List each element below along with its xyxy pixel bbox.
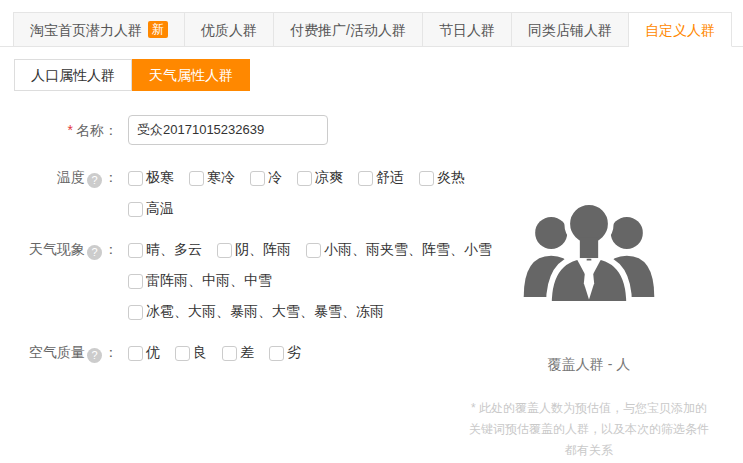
tab-label: 节日人群 bbox=[439, 22, 495, 38]
checkbox-label: 晴、多云 bbox=[146, 241, 202, 259]
checkbox-label: 冷 bbox=[268, 169, 282, 187]
checkbox-label: 雷阵雨、中雨、中雪 bbox=[146, 272, 272, 290]
tab-premium-audience[interactable]: 优质人群 bbox=[185, 12, 274, 47]
temperature-option[interactable]: 凉爽 bbox=[297, 169, 343, 187]
option-line: 优良差劣 bbox=[128, 342, 316, 364]
checkbox bbox=[222, 346, 237, 361]
label-text: 天气现象 bbox=[29, 241, 85, 257]
weather-phenomena-option[interactable]: 冰雹、大雨、暴雨、大雪、暴雪、冻雨 bbox=[128, 303, 384, 321]
checkbox bbox=[128, 202, 143, 217]
air-quality-option[interactable]: 差 bbox=[222, 344, 254, 362]
checkbox-label: 阴、阵雨 bbox=[235, 241, 291, 259]
checkbox-label: 冰雹、大雨、暴雨、大雪、暴雪、冻雨 bbox=[146, 303, 384, 321]
checkbox bbox=[189, 171, 204, 186]
weather-phenomena-option[interactable]: 阴、阵雨 bbox=[217, 241, 291, 259]
checkbox bbox=[128, 346, 143, 361]
checkbox-label: 凉爽 bbox=[315, 169, 343, 187]
tab-paid-promotion-activity[interactable]: 付费推广/活动人群 bbox=[274, 12, 423, 47]
checkbox bbox=[175, 346, 190, 361]
coverage-panel: 覆盖人群 - 人 * 此处的覆盖人数为预估值，与您宝贝添加的关键词预估覆盖的人群… bbox=[448, 194, 730, 461]
checkbox bbox=[297, 171, 312, 186]
air-quality-options: 优良差劣 bbox=[128, 342, 316, 373]
checkbox bbox=[250, 171, 265, 186]
air-quality-option[interactable]: 良 bbox=[175, 344, 207, 362]
audience-group-icon bbox=[514, 194, 664, 320]
colon: ： bbox=[104, 241, 118, 257]
checkbox-label: 极寒 bbox=[146, 169, 174, 187]
coverage-count-label: 覆盖人群 - 人 bbox=[448, 356, 730, 374]
temperature-option[interactable]: 炎热 bbox=[419, 169, 465, 187]
new-badge: 新 bbox=[148, 21, 168, 38]
label-text: 空气质量 bbox=[29, 344, 85, 360]
tab-label: 优质人群 bbox=[201, 22, 257, 38]
checkbox bbox=[128, 243, 143, 258]
tab-label: 淘宝首页潜力人群 bbox=[30, 22, 142, 38]
help-icon[interactable]: ? bbox=[87, 245, 102, 260]
tab-taobao-home-potential[interactable]: 淘宝首页潜力人群新 bbox=[13, 12, 185, 47]
temperature-label: 温度?： bbox=[0, 167, 118, 229]
colon: ： bbox=[104, 122, 118, 138]
checkbox-label: 寒冷 bbox=[207, 169, 235, 187]
temperature-option[interactable]: 寒冷 bbox=[189, 169, 235, 187]
required-asterisk: * bbox=[68, 122, 73, 138]
checkbox bbox=[128, 274, 143, 289]
colon: ： bbox=[104, 169, 118, 185]
audience-name-input[interactable] bbox=[128, 115, 328, 145]
weather-phenomena-label: 天气现象?： bbox=[0, 239, 118, 332]
checkbox-label: 劣 bbox=[287, 344, 301, 362]
coverage-note-line: 都有关系 bbox=[448, 440, 730, 461]
help-icon[interactable]: ? bbox=[87, 173, 102, 188]
checkbox-label: 优 bbox=[146, 344, 160, 362]
tab-similar-shop-audience[interactable]: 同类店铺人群 bbox=[512, 12, 629, 47]
option-line: 高温 bbox=[128, 198, 480, 220]
tab-label: 付费推广/活动人群 bbox=[290, 22, 406, 38]
checkbox bbox=[217, 243, 232, 258]
air-quality-option[interactable]: 优 bbox=[128, 344, 160, 362]
air-quality-label: 空气质量?： bbox=[0, 342, 118, 373]
weather-phenomena-option[interactable]: 晴、多云 bbox=[128, 241, 202, 259]
checkbox-label: 良 bbox=[193, 344, 207, 362]
checkbox-label: 高温 bbox=[146, 200, 174, 218]
checkbox bbox=[306, 243, 321, 258]
checkbox bbox=[269, 346, 284, 361]
option-line: 极寒寒冷冷凉爽舒适炎热 bbox=[128, 167, 480, 189]
temperature-option[interactable]: 冷 bbox=[250, 169, 282, 187]
name-label-text: 名称 bbox=[76, 122, 104, 138]
checkbox-label: 舒适 bbox=[376, 169, 404, 187]
checkbox bbox=[358, 171, 373, 186]
coverage-note-line: 关键词预估覆盖的人群，以及本次的筛选条件 bbox=[448, 419, 730, 440]
tab-label: 自定义人群 bbox=[645, 22, 715, 38]
coverage-note-line: * 此处的覆盖人数为预估值，与您宝贝添加的 bbox=[448, 398, 730, 419]
subtab-demographic-audience[interactable]: 人口属性人群 bbox=[14, 59, 132, 91]
temperature-option[interactable]: 极寒 bbox=[128, 169, 174, 187]
checkbox-label: 差 bbox=[240, 344, 254, 362]
checkbox bbox=[128, 305, 143, 320]
colon: ： bbox=[104, 344, 118, 360]
tab-custom-audience[interactable]: 自定义人群 bbox=[629, 12, 732, 47]
weather-phenomena-option[interactable]: 雷阵雨、中雨、中雪 bbox=[128, 272, 272, 290]
checkbox-label: 炎热 bbox=[437, 169, 465, 187]
tab-label: 同类店铺人群 bbox=[528, 22, 612, 38]
label-text: 温度 bbox=[57, 169, 85, 185]
temperature-option[interactable]: 舒适 bbox=[358, 169, 404, 187]
tab-festival-audience[interactable]: 节日人群 bbox=[423, 12, 512, 47]
name-label: *名称： bbox=[0, 115, 118, 145]
name-row: *名称： bbox=[0, 115, 743, 145]
help-icon[interactable]: ? bbox=[87, 348, 102, 363]
temperature-option[interactable]: 高温 bbox=[128, 200, 174, 218]
custom-audience-page: 淘宝首页潜力人群新优质人群付费推广/活动人群节日人群同类店铺人群自定义人群 人口… bbox=[0, 12, 743, 373]
subtab-bar: 人口属性人群天气属性人群 bbox=[14, 59, 743, 91]
subtab-weather-audience[interactable]: 天气属性人群 bbox=[132, 59, 250, 91]
tab-bar: 淘宝首页潜力人群新优质人群付费推广/活动人群节日人群同类店铺人群自定义人群 bbox=[0, 12, 743, 47]
air-quality-option[interactable]: 劣 bbox=[269, 344, 301, 362]
coverage-note: * 此处的覆盖人数为预估值，与您宝贝添加的关键词预估覆盖的人群，以及本次的筛选条… bbox=[448, 398, 730, 461]
temperature-options: 极寒寒冷冷凉爽舒适炎热高温 bbox=[128, 167, 480, 229]
checkbox bbox=[419, 171, 434, 186]
checkbox bbox=[128, 171, 143, 186]
